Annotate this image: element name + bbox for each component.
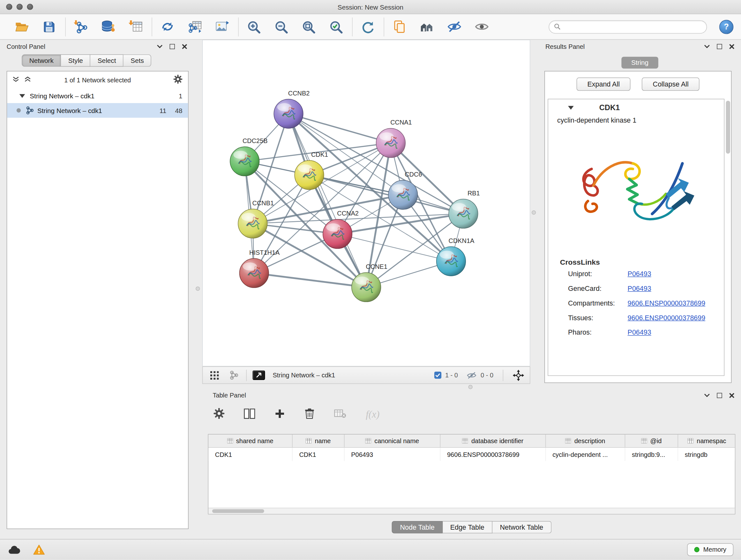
splitter-handle[interactable]	[532, 210, 536, 214]
expand-all-networks-button[interactable]	[24, 76, 30, 83]
panel-close-icon[interactable]	[729, 44, 734, 49]
memory-button[interactable]: Memory	[687, 543, 734, 556]
copy-button[interactable]	[391, 17, 408, 36]
section-expander-icon[interactable]	[568, 106, 574, 110]
crosslink-pharos-link[interactable]: P06493	[628, 325, 651, 340]
network-node[interactable]	[449, 199, 478, 228]
panel-close-icon[interactable]	[182, 44, 187, 49]
import-table-file-button[interactable]	[127, 17, 144, 36]
network-edge[interactable]	[253, 195, 403, 224]
results-scrollbar[interactable]	[726, 101, 730, 153]
zoom-window-button[interactable]	[27, 4, 33, 10]
warning-status-button[interactable]	[33, 544, 45, 555]
table-horizontal-scrollbar[interactable]	[208, 508, 735, 514]
column-header[interactable]: database identifier	[441, 435, 546, 447]
tab-network-table[interactable]: Network Table	[492, 521, 551, 534]
pan-move-icon[interactable]	[513, 369, 524, 381]
network-edge[interactable]	[254, 273, 366, 287]
table-options-button[interactable]	[213, 408, 224, 421]
network-node[interactable]	[376, 128, 406, 158]
search-box[interactable]	[549, 20, 707, 33]
refresh-button[interactable]	[359, 17, 376, 36]
search-input[interactable]	[564, 23, 702, 30]
column-header[interactable]: canonical name	[345, 435, 441, 447]
graphics-details-button[interactable]	[253, 370, 265, 380]
column-header[interactable]: description	[546, 435, 625, 447]
panel-collapse-icon[interactable]	[704, 393, 710, 397]
cloud-status-button[interactable]	[8, 545, 21, 555]
function-builder-button[interactable]: f(x)	[366, 408, 380, 420]
network-view-button[interactable]	[227, 369, 240, 381]
delete-column-button[interactable]	[305, 408, 315, 421]
network-options-button[interactable]	[173, 75, 182, 85]
collapse-all-button[interactable]: Collapse All	[642, 78, 699, 91]
export-image-button[interactable]	[213, 17, 230, 36]
open-session-button[interactable]	[13, 17, 30, 36]
show-all-button[interactable]	[473, 17, 490, 36]
column-header[interactable]: shared name	[208, 435, 293, 447]
help-button[interactable]: ?	[719, 19, 733, 34]
delete-table-button[interactable]	[334, 409, 347, 420]
network-node[interactable]	[294, 160, 324, 190]
column-header[interactable]: namespac	[678, 435, 735, 447]
title-bar[interactable]: Session: New Session	[0, 0, 741, 14]
create-column-button[interactable]	[274, 408, 285, 420]
panel-close-icon[interactable]	[729, 393, 734, 398]
tab-style[interactable]: Style	[61, 54, 91, 67]
scrollbar-thumb[interactable]	[212, 509, 264, 513]
tab-network[interactable]: Network	[22, 54, 61, 67]
network-from-selection-button[interactable]	[159, 17, 176, 36]
save-session-button[interactable]	[41, 17, 57, 36]
network-edge[interactable]	[253, 114, 288, 224]
grid-view-button[interactable]	[208, 369, 221, 381]
tab-edge-table[interactable]: Edge Table	[443, 521, 492, 534]
zoom-selected-button[interactable]	[327, 17, 344, 36]
import-network-file-button[interactable]	[72, 17, 89, 36]
network-node[interactable]	[352, 273, 381, 302]
splitter-handle[interactable]	[196, 287, 200, 291]
selected-checkbox-icon[interactable]	[434, 372, 441, 379]
network-canvas[interactable]: CCNB2CCNA1CDC25BCDK1CDC6RB1CCNB1CCNA2CDK…	[202, 40, 530, 366]
crosslink-uniprot-link[interactable]: P06493	[628, 266, 651, 281]
expander-triangle-icon[interactable]	[19, 94, 25, 98]
network-node[interactable]	[239, 259, 269, 288]
zoom-fit-button[interactable]	[300, 17, 317, 36]
string-tab-badge[interactable]: String	[621, 57, 658, 69]
tab-select[interactable]: Select	[91, 54, 124, 67]
import-network-database-button[interactable]	[99, 17, 117, 36]
column-header[interactable]: @id	[625, 435, 678, 447]
hidden-eye-slash-icon[interactable]	[467, 371, 477, 379]
panel-collapse-icon[interactable]	[704, 44, 710, 48]
table-row[interactable]: CDK1 CDK1 P06493 9606.ENSP00000378699 cy…	[208, 448, 735, 461]
network-graph[interactable]: CCNB2CCNA1CDC25BCDK1CDC6RB1CCNB1CCNA2CDK…	[203, 40, 530, 366]
network-node[interactable]	[323, 219, 352, 249]
zoom-out-button[interactable]	[273, 17, 289, 36]
panel-collapse-icon[interactable]	[157, 44, 163, 48]
panel-float-icon[interactable]	[170, 44, 175, 49]
collapse-all-networks-button[interactable]	[13, 76, 19, 83]
network-edge[interactable]	[288, 114, 366, 287]
network-node[interactable]	[230, 147, 259, 176]
network-row[interactable]: String Network – cdk1 11 48	[7, 103, 188, 118]
gene-section-header[interactable]: CDK1	[548, 99, 724, 116]
node-table[interactable]: shared name name canonical name database…	[208, 434, 736, 514]
show-columns-button[interactable]	[244, 408, 255, 420]
hide-selected-button[interactable]	[446, 17, 462, 36]
panel-float-icon[interactable]	[717, 393, 722, 398]
expand-all-button[interactable]: Expand All	[576, 78, 630, 91]
zoom-in-button[interactable]	[246, 17, 262, 36]
crosslink-genecard-link[interactable]: P06493	[628, 281, 651, 296]
home-networks-button[interactable]	[418, 17, 435, 36]
network-node[interactable]	[238, 209, 267, 238]
network-node[interactable]	[388, 180, 418, 209]
close-window-button[interactable]	[6, 4, 12, 10]
column-header[interactable]: name	[293, 435, 345, 447]
minimize-window-button[interactable]	[17, 4, 23, 10]
network-node[interactable]	[274, 99, 303, 128]
network-node[interactable]	[436, 247, 466, 276]
crosslink-compartments-link[interactable]: 9606.ENSP00000378699	[628, 296, 705, 311]
crosslink-tissues-link[interactable]: 9606.ENSP00000378699	[628, 311, 705, 325]
network-and-table-button[interactable]	[186, 17, 203, 36]
panel-float-icon[interactable]	[717, 44, 722, 49]
tab-node-table[interactable]: Node Table	[392, 521, 443, 534]
